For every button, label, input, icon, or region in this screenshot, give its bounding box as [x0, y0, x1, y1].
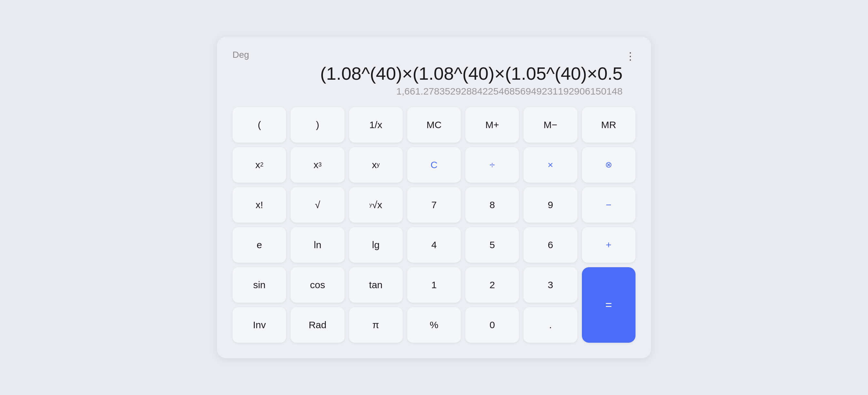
lg-button[interactable]: lg: [349, 227, 403, 263]
clear-button[interactable]: C: [407, 147, 461, 183]
0-button[interactable]: 0: [465, 307, 519, 343]
xy-button[interactable]: xy: [349, 147, 403, 183]
keypad: ( ) 1/x MC M+ M− MR x2 x3 xy C ÷ × ⊗ x! …: [232, 107, 636, 343]
angle-mode: Deg: [232, 50, 636, 60]
inv-button[interactable]: Inv: [232, 307, 286, 343]
euler-button[interactable]: e: [232, 227, 286, 263]
4-button[interactable]: 4: [407, 227, 461, 263]
open-paren-button[interactable]: (: [232, 107, 286, 143]
backspace-button[interactable]: ⊗: [582, 147, 636, 183]
factorial-button[interactable]: x!: [232, 187, 286, 223]
dot-button[interactable]: .: [523, 307, 577, 343]
result-display: 1,661.278352928842254685694923119290615​…: [232, 86, 636, 97]
divide-button[interactable]: ÷: [465, 147, 519, 183]
expression-display: (1.08^(40)×(1.08^(40)×(1.05^(40)×0.5: [232, 63, 636, 84]
minus-button[interactable]: −: [582, 187, 636, 223]
cos-button[interactable]: cos: [290, 267, 344, 303]
menu-icon[interactable]: ⋮: [625, 51, 636, 61]
percent-button[interactable]: %: [407, 307, 461, 343]
mminus-button[interactable]: M−: [523, 107, 577, 143]
9-button[interactable]: 9: [523, 187, 577, 223]
plus-button[interactable]: +: [582, 227, 636, 263]
sqrt-button[interactable]: √: [290, 187, 344, 223]
ln-button[interactable]: ln: [290, 227, 344, 263]
multiply-button[interactable]: ×: [523, 147, 577, 183]
sin-button[interactable]: sin: [232, 267, 286, 303]
x3-button[interactable]: x3: [290, 147, 344, 183]
reciprocal-button[interactable]: 1/x: [349, 107, 403, 143]
2-button[interactable]: 2: [465, 267, 519, 303]
calculator: Deg (1.08^(40)×(1.08^(40)×(1.05^(40)×0.5…: [217, 37, 651, 358]
close-paren-button[interactable]: ): [290, 107, 344, 143]
mr-button[interactable]: MR: [582, 107, 636, 143]
equals-button[interactable]: =: [582, 267, 636, 343]
7-button[interactable]: 7: [407, 187, 461, 223]
5-button[interactable]: 5: [465, 227, 519, 263]
3-button[interactable]: 3: [523, 267, 577, 303]
6-button[interactable]: 6: [523, 227, 577, 263]
8-button[interactable]: 8: [465, 187, 519, 223]
display-area: Deg (1.08^(40)×(1.08^(40)×(1.05^(40)×0.5…: [232, 47, 636, 104]
x2-button[interactable]: x2: [232, 147, 286, 183]
yroot-button[interactable]: y√x: [349, 187, 403, 223]
mplus-button[interactable]: M+: [465, 107, 519, 143]
tan-button[interactable]: tan: [349, 267, 403, 303]
mc-button[interactable]: MC: [407, 107, 461, 143]
pi-button[interactable]: π: [349, 307, 403, 343]
1-button[interactable]: 1: [407, 267, 461, 303]
rad-button[interactable]: Rad: [290, 307, 344, 343]
